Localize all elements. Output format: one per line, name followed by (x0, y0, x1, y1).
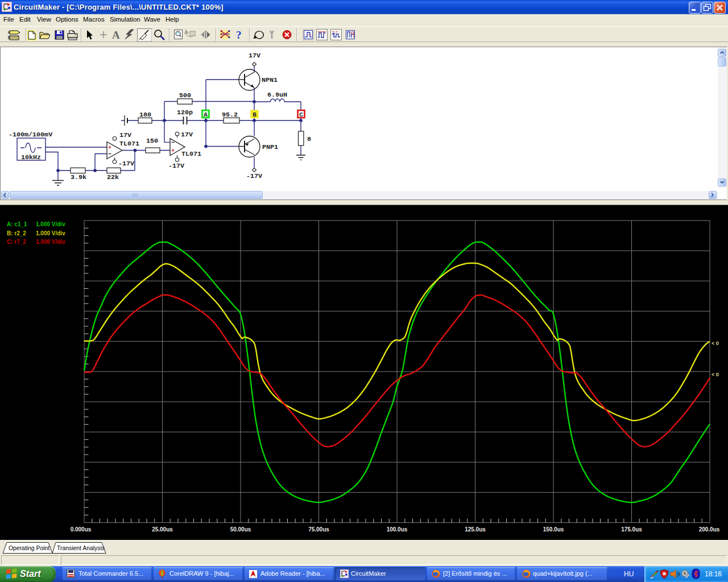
svg-text:17V: 17V (119, 131, 131, 139)
svg-text:Operating Point: Operating Point (9, 545, 49, 551)
svg-text:NPN1: NPN1 (262, 76, 278, 84)
svg-text:17V: 17V (181, 131, 193, 139)
svg-text:120p: 120p (177, 109, 193, 117)
svg-text:TL071: TL071 (181, 150, 201, 158)
svg-text:A: c1_1: A: c1_1 (7, 221, 27, 227)
svg-text:8: 8 (307, 135, 311, 143)
svg-text:200.0us: 200.0us (699, 526, 720, 533)
svg-text:< 0: < 0 (712, 340, 719, 346)
svg-text:B: B (253, 111, 257, 118)
svg-text:95.2: 95.2 (222, 111, 238, 119)
svg-text:Transient Analysis: Transient Analysis (57, 545, 105, 551)
svg-text:C: r7_2: C: r7_2 (7, 239, 26, 245)
svg-text:50.00us: 50.00us (230, 526, 251, 533)
svg-text:25.00us: 25.00us (152, 526, 173, 533)
svg-text:6.9uH: 6.9uH (267, 91, 287, 99)
svg-text:17V: 17V (249, 52, 260, 60)
svg-text:150.0us: 150.0us (543, 526, 564, 533)
svg-text:-17V: -17V (168, 162, 184, 170)
svg-text:3.9k: 3.9k (71, 173, 86, 181)
svg-text:0.000us: 0.000us (71, 526, 92, 533)
svg-text:-100m/100mV: -100m/100mV (9, 131, 52, 139)
svg-text:175.0us: 175.0us (621, 526, 642, 533)
svg-text:?: ? (236, 29, 242, 41)
svg-text:B: r2_2: B: r2_2 (7, 230, 26, 236)
svg-text:TL071: TL071 (119, 140, 139, 148)
svg-text:PNP1: PNP1 (262, 143, 278, 151)
svg-text:22k: 22k (107, 173, 119, 181)
svg-text:150: 150 (146, 137, 158, 145)
svg-text:< 0: < 0 (712, 372, 719, 377)
svg-text:500: 500 (179, 92, 191, 99)
svg-text:1.000 V/div: 1.000 V/div (36, 230, 65, 236)
svg-text:180: 180 (139, 111, 151, 119)
svg-text:A: A (204, 111, 208, 118)
svg-text:A: A (112, 29, 120, 41)
svg-text:1.000 V/div: 1.000 V/div (36, 239, 65, 245)
svg-text:1.000 V/div: 1.000 V/div (36, 221, 65, 227)
svg-text:100.0us: 100.0us (387, 526, 408, 533)
svg-text:C: C (299, 111, 303, 118)
svg-text:-17V: -17V (118, 160, 134, 168)
svg-text:10kHz: 10kHz (21, 153, 41, 161)
svg-text:75.00us: 75.00us (308, 526, 329, 533)
svg-text:-17V: -17V (246, 172, 262, 180)
svg-text:125.0us: 125.0us (465, 526, 486, 533)
